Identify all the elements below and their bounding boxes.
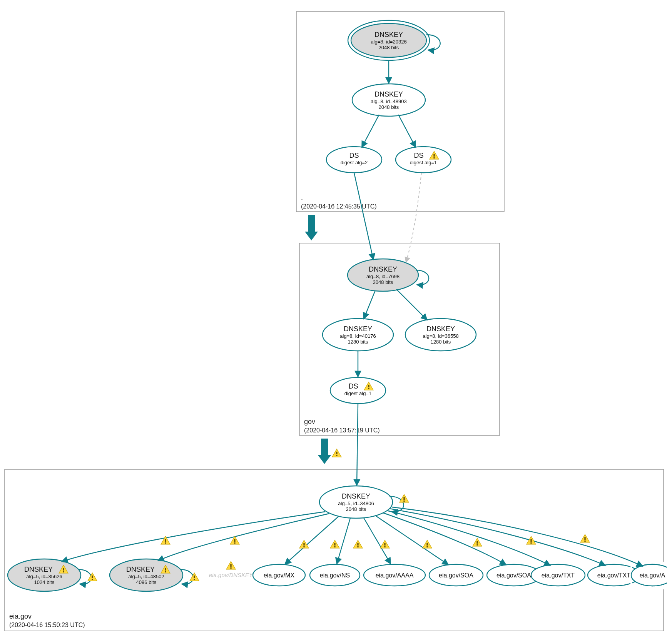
node-gov-zsk2: DNSKEY alg=8, id=36558 1280 bits [405,319,476,351]
edge-eia-mx [285,516,339,564]
svg-text:eia.gov/TXT: eia.gov/TXT [597,572,630,579]
svg-text:alg=8, id=20326: alg=8, id=20326 [371,39,406,45]
edge-eia-soa2 [383,513,506,565]
node-eia-ksk: DNSKEY alg=5, id=34806 2048 bits [319,486,393,518]
edge-eia-txt2 [390,509,605,566]
node-root-ksk: DNSKEY alg=8, id=20326 2048 bits [348,20,430,60]
edge-rootzsk-ds2 [362,115,379,147]
warning-icon [226,561,236,569]
warning-icon [353,540,363,548]
warning-icon [473,538,482,546]
svg-text:DNSKEY: DNSKEY [374,90,403,98]
edge-eia-aaaa [364,518,391,564]
svg-text:digest alg=2: digest alg=2 [341,160,368,165]
svg-text:eia.gov/SOA: eia.gov/SOA [439,572,473,579]
svg-text:eia.gov/TXT: eia.gov/TXT [542,572,575,579]
zone-eia-ts: (2020-04-16 15:50:23 UTC) [9,622,85,628]
svg-text:DNSKEY: DNSKEY [374,31,403,38]
svg-text:DNSKEY: DNSKEY [126,566,155,573]
warning-icon [423,540,432,548]
svg-text:eia.gov/NS: eia.gov/NS [320,572,350,579]
edge-ds2-govksk [354,173,373,260]
svg-text:DNSKEY: DNSKEY [24,566,53,573]
svg-text:DS: DS [349,152,359,159]
node-eia-k2: DNSKEY alg=5, id=48502 4096 bits [110,559,183,591]
warning-icon [580,534,590,542]
svg-text:1280 bits: 1280 bits [348,339,368,345]
zone-arrow-root-gov [305,215,318,240]
zone-gov-name: gov [304,418,315,425]
edge-govksk-zsk [364,290,375,319]
svg-text:alg=5, id=48502: alg=5, id=48502 [128,574,164,579]
svg-text:digest alg=1: digest alg=1 [344,390,371,396]
edge-rootzsk-ds1 [398,115,416,147]
warning-icon [400,494,409,502]
warning-icon [527,536,536,544]
svg-text:2048 bits: 2048 bits [379,45,399,50]
svg-text:DS: DS [414,152,423,159]
node-eia-faded: eia.gov/DNSKEY [209,572,253,578]
node-rr-aaaa: eia.gov/AAAA [364,564,425,586]
svg-text:1280 bits: 1280 bits [431,339,451,345]
svg-text:digest alg=1: digest alg=1 [410,160,437,165]
zone-eia-name: eia.gov [9,612,32,620]
svg-text:alg=8, id=36558: alg=8, id=36558 [423,333,458,339]
svg-text:eia.gov/AAAA: eia.gov/AAAA [376,572,414,579]
svg-text:DNSKEY: DNSKEY [344,325,372,333]
node-root-ds2: DS digest alg=2 [326,147,382,173]
svg-text:eia.gov/A: eia.gov/A [640,572,665,579]
dnssec-diagram: . (2020-04-16 12:45:35 UTC) DNSKEY alg=8… [0,0,667,644]
edge-eia-k2 [158,514,329,561]
warning-icon [88,573,97,581]
node-eia-k1: DNSKEY alg=5, id=35626 1024 bits [8,559,81,591]
svg-text:alg=5, id=35626: alg=5, id=35626 [26,574,62,579]
zone-gov-ts: (2020-04-16 13:57:19 UTC) [304,427,380,434]
edge-govds-eiaksk [357,404,358,486]
edge-ds1-govksk [406,173,421,262]
svg-text:DNSKEY: DNSKEY [426,325,455,333]
svg-text:eia.gov/MX: eia.gov/MX [264,572,294,579]
svg-text:alg=8, id=48903: alg=8, id=48903 [371,98,406,104]
svg-text:alg=5, id=34806: alg=5, id=34806 [338,501,374,506]
node-rr-mx: eia.gov/MX [253,564,305,586]
svg-text:eia.gov/SOA: eia.gov/SOA [496,572,531,579]
zone-arrow-gov-eia [318,439,331,464]
zone-root-ts: (2020-04-16 12:45:35 UTC) [301,203,377,210]
warning-icon [190,573,199,581]
svg-text:4096 bits: 4096 bits [136,579,157,585]
svg-text:alg=8, id=7698: alg=8, id=7698 [366,274,400,279]
svg-text:DS: DS [348,382,358,390]
svg-text:DNSKEY: DNSKEY [342,492,370,500]
warning-icon [380,540,390,548]
svg-text:2048 bits: 2048 bits [379,104,399,110]
svg-text:2048 bits: 2048 bits [373,279,393,285]
edge-govksk-zsk2 [396,289,427,320]
edge-eia-k1 [62,512,325,562]
node-rr-txt1b: eia.gov/TXT [531,564,585,586]
node-root-zsk: DNSKEY alg=8, id=48903 2048 bits [352,84,425,116]
node-root-ds1: DS digest alg=1 [396,147,451,173]
node-gov-zsk: DNSKEY alg=8, id=40176 1280 bits [323,319,393,351]
node-gov-ksk: DNSKEY alg=8, id=7698 2048 bits [348,259,418,291]
svg-text:DNSKEY: DNSKEY [369,265,397,273]
node-gov-ds1: DS digest alg=1 [330,377,386,404]
svg-text:alg=8, id=40176: alg=8, id=40176 [340,333,376,339]
node-rr-soa1: eia.gov/SOA [429,564,483,586]
svg-text:2048 bits: 2048 bits [346,506,366,512]
warning-icon [330,540,339,548]
zone-root-name: . [301,194,303,202]
warning-icon [332,449,341,457]
svg-text:1024 bits: 1024 bits [34,579,55,585]
edge-eia-ns [337,518,350,564]
node-rr-ns: eia.gov/NS [310,564,360,586]
